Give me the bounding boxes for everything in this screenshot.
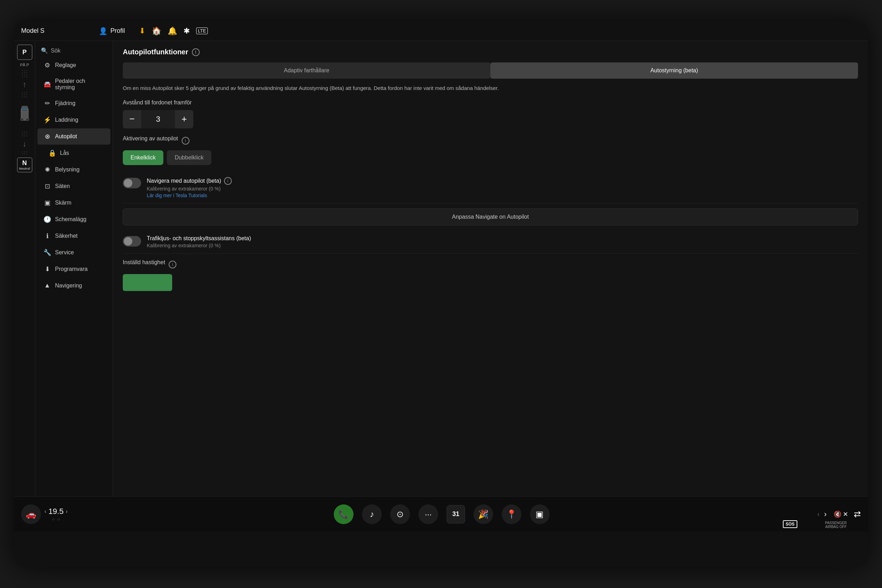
navigate-knob [124,179,132,187]
autopilot-title-text: Autopilotfunktioner [123,48,188,56]
sidebar-item-autopilot[interactable]: ⊛ Autopilot [38,128,110,145]
sidebar-item-belysning[interactable]: ✺ Belysning [38,162,110,178]
nav-next[interactable]: › [823,508,828,520]
sidebar-item-service[interactable]: 🔧 Service [38,244,110,261]
sakerhet-label: Säkerhet [55,233,78,239]
skarm-label: Skärm [55,200,71,206]
activation-info-icon[interactable]: i [182,137,189,145]
bluetooth-icon[interactable]: ✱ [183,27,190,36]
service-label: Service [55,249,74,256]
search-button[interactable]: 🔍 Sök [35,45,112,57]
taskbar: 🚗 ‹ 19.5 › ○ ○ 📞 [14,496,868,532]
dots-top [22,70,27,77]
top-icons: ⬇ 🏠 🔔 ✱ LTE [139,27,208,36]
swap-button[interactable]: ⇄ [854,509,861,519]
temp-value: 19.5 [48,507,63,516]
phone-button[interactable]: 📞 [334,504,354,524]
tab-autostyrning[interactable]: Autostyrning (beta) [490,62,858,79]
las-label: Lås [60,150,69,156]
navigate-info: Navigera med autopilot (beta) i Kalibrer… [147,177,858,198]
navigate-info-icon[interactable]: i [224,177,232,185]
radio-button[interactable]: ⊙ [390,504,410,524]
fjadring-icon: ✏ [43,99,51,107]
car-taskbar-btn[interactable]: 🚗 [21,504,41,524]
traffic-toggle[interactable] [123,236,141,246]
customize-button[interactable]: Anpassa Navigate on Autopilot [123,208,858,225]
mute-icon: 🔇 [834,510,842,518]
skarm-icon: ▣ [43,199,51,207]
navigate-row: Navigera med autopilot (beta) i Kalibrer… [123,172,858,204]
temp-prev-arrow[interactable]: ‹ [45,508,46,514]
navigate-title: Navigera med autopilot (beta) i [147,177,858,185]
distance-label: Avstånd till fordonet framför [123,99,858,106]
taskbar-center: 📞 ♪ ⊙ ··· 31 🎉 📍 [68,504,816,524]
traffic-subtitle: Kalibrering av extrakameror (0 %) [147,243,858,248]
stepper-minus[interactable]: − [123,110,141,128]
speed-info-icon[interactable]: i [169,261,176,268]
lte-indicator: LTE [196,27,208,34]
navigate-link[interactable]: Lär dig mer i Tesla Tutorials [147,193,858,198]
mute-button[interactable]: 🔇 ✕ [834,510,848,518]
autopilot-section-title: Autopilotfunktioner i [123,48,858,56]
sidebar-item-schemalägg[interactable]: 🕐 Schemalägg [38,211,110,228]
autopilot-info-icon[interactable]: i [192,48,200,56]
sos-badge: SOS [783,520,797,528]
nav-prev[interactable]: ‹ [816,508,821,520]
distance-stepper: − 3 + [123,110,194,128]
sidebar-item-reglage[interactable]: ⚙ Reglage [38,57,110,74]
music-icon: ♪ [370,509,374,519]
more-button[interactable]: ··· [418,504,438,524]
left-strip: P PÅ P ↑ [14,41,35,496]
traffic-title: Trafikljus- och stoppskyltsassistans (be… [147,235,858,242]
airbag-status: AIRBAG OFF [825,525,847,529]
download-icon[interactable]: ⬇ [139,27,146,36]
programvara-icon: ⬇ [43,265,51,273]
sidebar-item-skarm[interactable]: ▣ Skärm [38,195,110,211]
airbag-badge: PASSENGER AIRBAG OFF [825,521,847,529]
map-button[interactable]: 📍 [502,504,522,524]
profil-label: Profil [110,27,125,34]
svg-rect-3 [26,118,29,121]
autopilot-tab-group: Adaptiv farthållare Autostyrning (beta) [123,62,858,79]
sidebar-item-laddning[interactable]: ⚡ Laddning [38,112,110,128]
sidebar-item-navigering[interactable]: ▲ Navigering [38,278,110,294]
autopilot-description: Om en miss Autopilot sker 5 gånger på gr… [123,84,858,92]
enkelklick-btn[interactable]: Enkelklick [123,150,164,165]
navigate-toggle[interactable] [123,178,141,188]
dubbelklick-btn[interactable]: Dubbelklick [167,150,212,165]
screen-button[interactable]: ▣ [530,504,550,524]
sidebar-item-programvara[interactable]: ⬇ Programvara [38,261,110,277]
svg-rect-2 [21,118,24,121]
sakerhet-icon: ℹ [43,232,51,240]
navigering-icon: ▲ [43,282,51,289]
schema-label: Schemalägg [55,216,86,223]
speed-bar [123,274,172,291]
music-button[interactable]: ♪ [362,504,382,524]
airbag-text: PASSENGER [825,521,847,525]
belysning-label: Belysning [55,166,80,173]
saten-label: Säten [55,183,70,189]
home-icon[interactable]: 🏠 [152,27,161,36]
navigering-label: Navigering [55,282,82,289]
sidebar-item-pedaler[interactable]: 🚘 Pedaler och styrning [38,74,110,95]
profil-section[interactable]: 👤 Profil [99,27,125,35]
party-button[interactable]: 🎉 [474,504,493,524]
radio-icon: ⊙ [396,509,404,519]
dots-bottom [22,131,27,136]
programvara-label: Programvara [55,266,87,272]
neutral-gear: N Neutral [17,158,33,172]
main-panel: Autopilotfunktioner i Adaptiv farthållar… [113,41,868,496]
svg-rect-4 [22,107,27,110]
las-icon: 🔒 [48,149,57,157]
calendar-button[interactable]: 31 [447,505,465,524]
sidebar-item-fjadring[interactable]: ✏ Fjädring [38,95,110,111]
sidebar-item-sakerhet[interactable]: ℹ Säkerhet [38,228,110,244]
bell-icon[interactable]: 🔔 [168,27,177,36]
taskbar-left: 🚗 ‹ 19.5 › ○ ○ [21,504,68,524]
tab-adaptiv[interactable]: Adaptiv farthållare [123,62,490,79]
taskbar-temp: ‹ 19.5 › ○ ○ [45,507,68,522]
sidebar-item-las[interactable]: 🔒 Lås [38,145,110,161]
sidebar-item-saten[interactable]: ⊡ Säten [38,178,110,194]
belysning-icon: ✺ [43,166,51,174]
stepper-plus[interactable]: + [175,110,194,128]
